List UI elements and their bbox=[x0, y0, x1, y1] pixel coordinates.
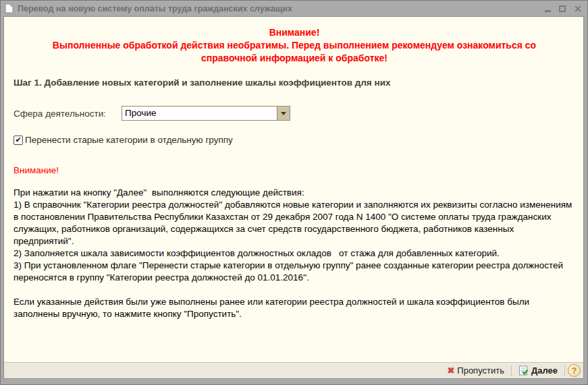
next-button-label: Далее bbox=[531, 365, 558, 376]
sphere-combobox[interactable]: Прочие bbox=[122, 106, 290, 121]
window-title: Перевод на новую систему оплаты труда гр… bbox=[18, 4, 545, 13]
warning-banner-title: Внимание! bbox=[27, 26, 562, 39]
toolbar-separator bbox=[511, 365, 512, 376]
move-old-categories-label[interactable]: Перенести старые категории в отдельную г… bbox=[25, 135, 233, 145]
warning-banner: Внимание! Выполненные обработкой действи… bbox=[27, 26, 562, 65]
minimize-icon bbox=[545, 10, 551, 12]
dialog-content: Внимание! Выполненные обработкой действи… bbox=[4, 17, 583, 362]
app-window: Перевод на новую систему оплаты труда гр… bbox=[0, 0, 588, 385]
notice-title: Внимание! bbox=[14, 165, 575, 175]
skip-button-label: Пропустить bbox=[457, 365, 504, 376]
sphere-field-row: Сфера деятельности: Прочие bbox=[14, 106, 575, 121]
close-button[interactable]: ✕ bbox=[574, 3, 582, 14]
checkmark-icon: ✔ bbox=[15, 136, 21, 144]
step-heading: Шаг 1. Добавление новых категорий и запо… bbox=[14, 78, 575, 88]
warning-banner-text: Выполненные обработкой действия необрати… bbox=[27, 39, 562, 65]
document-icon bbox=[5, 3, 14, 13]
maximize-icon bbox=[559, 5, 566, 12]
notice-footer: Если указанные действия были уже выполне… bbox=[14, 296, 575, 320]
notice-body: При нажатии на кнопку "Далее" выполняютс… bbox=[14, 187, 575, 284]
sphere-field-label: Сфера деятельности: bbox=[14, 109, 122, 119]
sphere-combobox-dropdown-button[interactable] bbox=[277, 107, 290, 120]
question-mark-icon: ? bbox=[572, 366, 577, 376]
form-check-icon bbox=[518, 365, 529, 376]
sphere-combobox-value[interactable]: Прочие bbox=[122, 107, 277, 120]
move-old-categories-checkbox[interactable]: ✔ bbox=[14, 136, 23, 145]
dialog-client-area: Внимание! Выполненные обработкой действи… bbox=[3, 16, 584, 379]
red-x-icon: ✖ bbox=[447, 366, 454, 375]
skip-button[interactable]: ✖ Пропустить bbox=[443, 364, 508, 377]
chevron-down-icon bbox=[281, 112, 286, 115]
next-button[interactable]: Далее bbox=[514, 364, 562, 377]
maximize-button[interactable] bbox=[559, 5, 566, 12]
minimize-button[interactable] bbox=[545, 5, 551, 12]
close-icon: ✕ bbox=[574, 3, 582, 14]
titlebar: Перевод на новую систему оплаты труда гр… bbox=[1, 1, 587, 16]
move-old-categories-row: ✔ Перенести старые категории в отдельную… bbox=[14, 135, 575, 145]
toolbar-separator bbox=[564, 365, 565, 376]
help-button[interactable]: ? bbox=[568, 364, 581, 377]
bottom-toolbar: ✖ Пропустить Далее ? bbox=[4, 362, 583, 378]
